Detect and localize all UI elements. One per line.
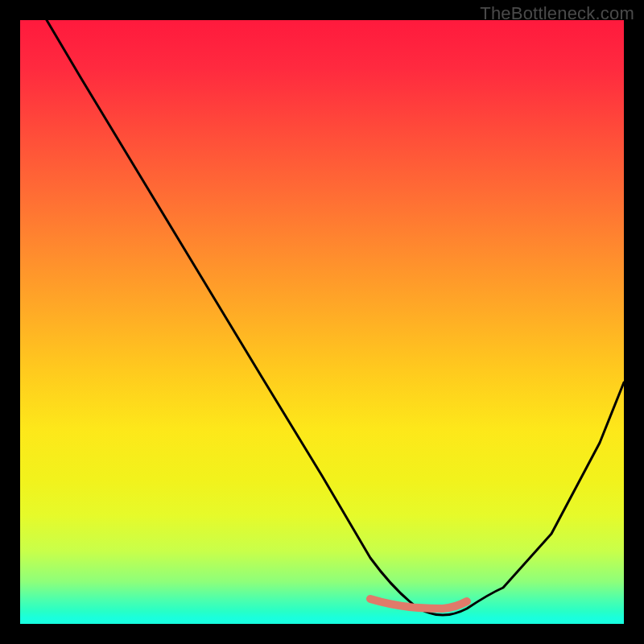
watermark-text: TheBottleneck.com	[480, 3, 634, 24]
chart-svg	[20, 20, 624, 624]
plot-area	[20, 20, 624, 624]
chart-container: TheBottleneck.com	[0, 0, 644, 644]
valley-marker	[370, 599, 467, 609]
curve-line	[47, 20, 624, 615]
